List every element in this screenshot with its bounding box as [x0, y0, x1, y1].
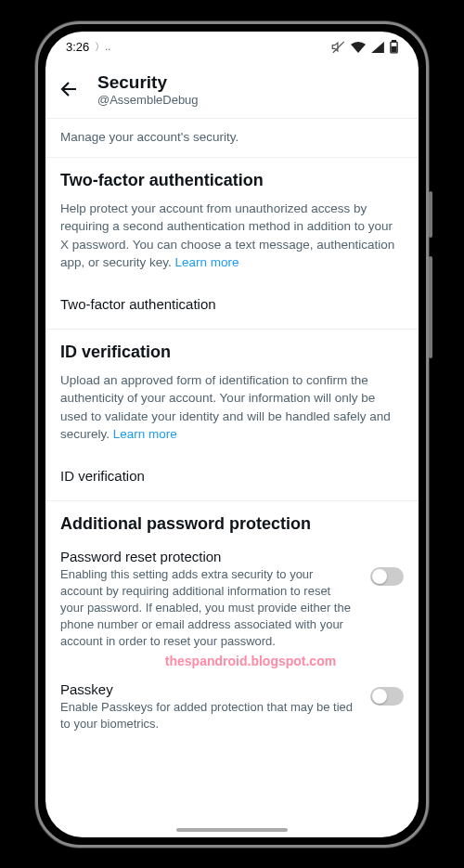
svg-rect-2: [393, 40, 396, 42]
svg-line-0: [333, 42, 344, 53]
passkey-row: Passkey Enable Passkeys for added protec…: [60, 676, 404, 745]
id-verification-heading: ID verification: [60, 343, 404, 362]
content: Manage your account's security. Two-fact…: [45, 119, 419, 837]
battery-icon: [390, 40, 398, 54]
wifi-icon: [351, 42, 366, 53]
two-factor-heading: Two-factor authentication: [60, 171, 404, 190]
passkey-description: Enable Passkeys for added protection tha…: [60, 699, 357, 732]
back-icon[interactable]: [58, 78, 81, 100]
password-reset-label: Password reset protection: [60, 549, 357, 564]
phone-frame: 3:26 〉.. Security @AssembleDebug Manage …: [35, 21, 429, 848]
page-subtitle: Manage your account's security.: [45, 119, 419, 158]
account-handle: @AssembleDebug: [97, 93, 199, 107]
section-two-factor: Two-factor authentication Help protect y…: [45, 158, 419, 330]
watermark: thespandroid.blogspot.com: [97, 654, 404, 668]
password-reset-row: Password reset protection Enabling this …: [60, 543, 404, 663]
id-verification-learn-more[interactable]: Learn more: [113, 427, 177, 441]
section-additional-password: Additional password protection Password …: [45, 501, 419, 749]
mute-icon: [331, 40, 345, 54]
additional-password-heading: Additional password protection: [60, 514, 404, 534]
two-factor-description: Help protect your account from unauthori…: [60, 200, 404, 272]
screen: 3:26 〉.. Security @AssembleDebug Manage …: [45, 32, 419, 837]
status-bar: 3:26 〉..: [45, 32, 419, 63]
status-time: 3:26: [66, 40, 89, 54]
two-factor-row[interactable]: Two-factor authentication: [60, 285, 404, 325]
svg-rect-3: [392, 47, 396, 52]
passkey-toggle[interactable]: [370, 687, 404, 706]
two-factor-learn-more[interactable]: Learn more: [175, 255, 239, 269]
id-verification-description: Upload an approved form of identificatio…: [60, 371, 404, 444]
page-title: Security: [97, 72, 199, 93]
section-id-verification: ID verification Upload an approved form …: [45, 330, 419, 501]
home-indicator[interactable]: [176, 828, 288, 832]
signal-icon: [371, 42, 384, 53]
header: Security @AssembleDebug: [45, 63, 419, 119]
status-extra: 〉..: [95, 40, 110, 54]
password-reset-description: Enabling this setting adds extra securit…: [60, 566, 357, 650]
side-button-1: [429, 191, 432, 238]
id-verification-row[interactable]: ID verification: [60, 457, 404, 497]
password-reset-toggle[interactable]: [370, 567, 404, 586]
side-button-2: [429, 256, 432, 358]
passkey-label: Passkey: [60, 681, 357, 697]
